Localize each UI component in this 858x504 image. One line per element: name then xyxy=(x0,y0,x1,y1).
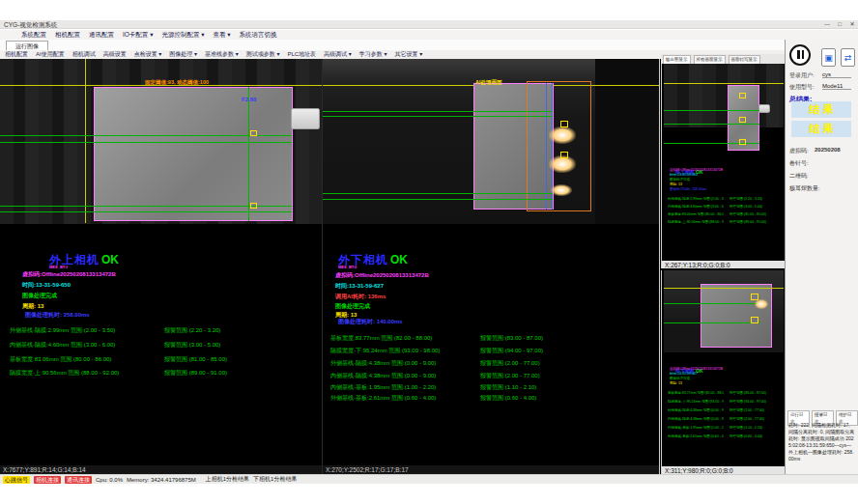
thumb-alarm: 报警范围:(0.60 - 4.00) xyxy=(729,434,780,439)
login-user-label: 登录用户: xyxy=(789,71,815,80)
alarm-range: 报警范围:(0.60 - 4.00) xyxy=(480,394,536,403)
thumbnail-lower[interactable]: 外下相机OK 虚拟码:Offline2025020813313472B 时间:1… xyxy=(661,270,786,474)
measurement-row: 隔膜宽度-下:95.24mm 范围:(93.00 - 98.00) xyxy=(330,347,440,355)
login-user-value: cys xyxy=(822,71,851,78)
measure-tag xyxy=(751,317,758,323)
overlay-line xyxy=(546,83,547,210)
overlay-line xyxy=(248,87,249,221)
view-tab-all[interactable]: 所有画面显示 xyxy=(694,55,726,64)
overlay-line xyxy=(85,59,86,223)
toolbar-baseline-params[interactable]: 基准线参数 ▾ xyxy=(205,50,239,59)
toolbar-test-params[interactable]: 测试项参数 ▾ xyxy=(246,50,280,59)
alarm-range: 报警范围:(94.00 - 97.00) xyxy=(480,347,543,355)
thumb-done: 图像处理完成 xyxy=(670,178,776,182)
pixel-label: F2.88 xyxy=(242,97,256,102)
camera-upper-status: OK xyxy=(101,253,119,266)
window-titlebar: CYG-视觉检测系统 xyxy=(0,20,858,29)
toolbar-advanced-debug[interactable]: 高级调试 ▾ xyxy=(324,50,352,59)
virtual-code-label: 虚拟码: xyxy=(789,147,809,155)
camera-view-lower[interactable]: AI处理画面 外下相机OK MES_BT:0 虚拟码:Offline202502… xyxy=(323,59,660,474)
toolbar-spotcheck-settings[interactable]: 点检设置 ▾ xyxy=(134,50,162,59)
camera-view-upper[interactable]: 固定阈值:93, 动态阈值:100 F2.88 外上相机OK MES_BT:1 … xyxy=(0,59,323,474)
pause-button[interactable] xyxy=(789,44,811,66)
close-icon[interactable]: ✕ xyxy=(846,20,858,29)
toolbar-plc-table[interactable]: PLC地址表 xyxy=(287,50,316,59)
overlay-line xyxy=(323,116,553,117)
maximize-icon[interactable]: □ xyxy=(834,20,845,29)
alarm-range: 报警范围:(2.00 - 77.00) xyxy=(480,359,540,368)
measurement-row: 内侧基线-基板:1.95mm 范围:(1.00 - 2.20) xyxy=(330,383,436,392)
weld-count-label: 极耳焊数量: xyxy=(789,184,820,193)
menu-item-language[interactable]: 系统语言切换 xyxy=(240,31,277,40)
thumb-time: 时间:13-31-59-627 xyxy=(670,372,776,377)
alarm-range: 报警范围:(2.00 - 77.00) xyxy=(480,372,540,380)
weld-spot xyxy=(551,184,572,196)
overlay-line xyxy=(664,124,759,125)
ai-elapsed-label: 调用AI耗时: 136ms xyxy=(335,293,386,301)
process-done: 图像处理完成 xyxy=(22,292,57,300)
thumb-alarm: 报警范围:(2.00 - 77.00) xyxy=(729,408,780,413)
virtual-code-value: 20250208 xyxy=(815,147,841,153)
thumbnail-upper[interactable]: 外上相机OK 虚拟码:Offline2025020813313472B 时间:1… xyxy=(661,64,786,268)
result-block-1: 结 果 xyxy=(791,101,851,118)
minimize-icon[interactable]: — xyxy=(821,20,833,29)
virtual-code: 虚拟码:Offline2025020813313472B xyxy=(22,270,116,279)
menu-item-view[interactable]: 查看 ▾ xyxy=(214,31,231,40)
toolbar-camera-debug[interactable]: 相机调试 xyxy=(72,50,96,59)
toolbar-advanced-settings[interactable]: 高级设置 xyxy=(103,50,127,59)
status-bar: 心跳信号 相机连接 通讯连接 Cpu: 0.0% Memory: 3424.41… xyxy=(0,474,858,484)
overlay-line xyxy=(323,199,553,200)
thumb-alarm: 报警范围:(1.10 - 2.10) xyxy=(729,426,780,431)
cursor-coordinates: X:267;Y:13;R:0;G:0;B:0 xyxy=(662,261,786,268)
thumb-time: 时间:13-31-59-650 xyxy=(670,173,776,178)
toolbar-camera-config[interactable]: 相机配置 xyxy=(5,50,28,59)
thumb-measure: 隔膜宽度-上:90.56mm 范围:(88.00 - 92.00) xyxy=(668,220,724,225)
upper-camera-result[interactable]: 上相机1分检结果 xyxy=(206,475,249,484)
thumb-measure: 内侧基线-隔膜:4.38mm 范围:(0.00 - 9.00) xyxy=(668,417,724,422)
qr-code-label: 二维码: xyxy=(789,172,809,181)
menu-item-light-config[interactable]: 光源控制配置 ▾ xyxy=(161,31,204,40)
measure-tag xyxy=(739,139,746,145)
toolbar-ai-config[interactable]: AI使用配置 xyxy=(36,50,65,59)
switch-view-button[interactable]: ⇄ xyxy=(841,48,855,67)
weld-spot xyxy=(549,126,576,144)
toolbar-learning-params[interactable]: 学习参数 ▾ xyxy=(359,50,387,59)
overlay-line xyxy=(664,83,784,84)
measure-tag xyxy=(739,117,746,123)
menu-item-camera-config[interactable]: 相机配置 xyxy=(55,31,80,40)
capture-button[interactable]: ▣ xyxy=(821,48,836,67)
elapsed-label: 图像处理耗时: 258.00ms xyxy=(25,311,90,320)
cursor-coordinates: X:7677;Y:891;R:14;G:14;B:14 xyxy=(0,465,322,474)
thumb-alarm: 报警范围:(83.00 - 87.00) xyxy=(729,391,780,396)
menu-item-system-config[interactable]: 系统配置 xyxy=(21,31,46,40)
menu-item-io-config[interactable]: IO卡配置 ▾ xyxy=(123,31,153,40)
alarm-range: 报警范围:(1.10 - 2.10) xyxy=(480,383,536,392)
camera-lower-status: OK xyxy=(390,253,408,266)
overlay-line xyxy=(664,288,784,289)
thumb-cycle: 周期: 13 xyxy=(670,182,776,187)
pause-icon xyxy=(802,50,805,59)
lower-camera-result[interactable]: 下相机1分检结果 xyxy=(253,475,297,484)
measurement-row: 内侧基线-隔膜:4.60mm 范围:(3.00 - 6.00) xyxy=(10,341,115,350)
result-block-2: 结 果 xyxy=(791,121,851,137)
thumb-alarm: 报警范围:(94.00 - 97.00) xyxy=(729,400,780,405)
overlay-line xyxy=(664,110,759,111)
measure-tag xyxy=(250,130,257,136)
thumb-measure: 外侧基线-隔膜:2.99mm 范围:(2.00 - 3.50) xyxy=(668,197,724,202)
view-tab-output[interactable]: 输出图显示 xyxy=(663,55,691,64)
capture-time: 时间:13-31-59-650 xyxy=(22,281,71,290)
toolbar-other-settings[interactable]: 其它设置 ▾ xyxy=(394,50,422,59)
alarm-range: 报警范围:(3.00 - 5.00) xyxy=(164,341,220,350)
log-text: 耗时: 222, 间隔检测耗时: 17, 间隔分离耗时: 0, 间隔图取分离耗时… xyxy=(788,422,856,462)
thumb-cycle: 周期: 13 xyxy=(670,381,776,386)
alarm-range: 报警范围:(83.00 - 87.00) xyxy=(480,334,543,343)
overlay-line xyxy=(323,193,553,194)
connector-tab xyxy=(291,108,320,129)
view-tab-closeup[interactable]: 画面特写显示 xyxy=(729,55,760,64)
menu-item-comm-config[interactable]: 通讯配置 xyxy=(89,31,114,40)
measurement-row: 外侧基线-基板:2.61mm 范围:(0.60 - 4.00) xyxy=(330,394,436,403)
toolbar-image-processing[interactable]: 图像处理 ▾ xyxy=(169,50,197,59)
alarm-range: 报警范围:(89.00 - 91.00) xyxy=(164,369,227,378)
mes-label: MES_BT:0 xyxy=(338,265,357,269)
cursor-coordinates: X:311;Y:980;R:0;G:0;B:0 xyxy=(662,466,786,474)
